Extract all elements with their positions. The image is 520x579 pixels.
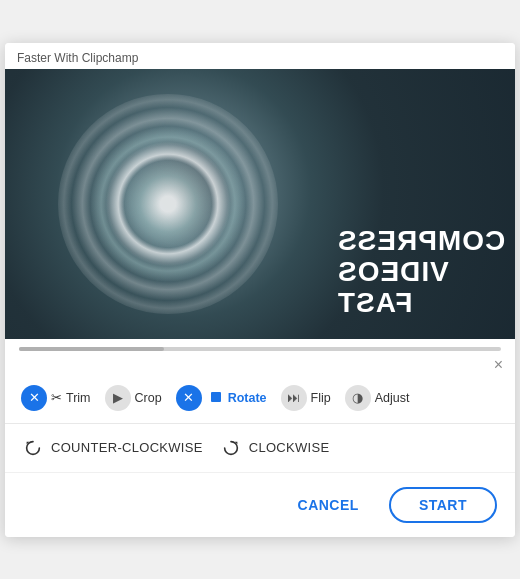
adjust-icon: ◑ [345,385,371,411]
adjust-text: Adjust [375,391,410,405]
dialog-close-button[interactable]: × [490,357,507,373]
adjust-tool[interactable]: ◑ Adjust [339,381,416,415]
trim-text: Trim [66,391,91,405]
progress-bar-row [5,339,515,355]
counter-clockwise-label: COUNTER-CLOCKWISE [51,440,203,455]
trim-tool[interactable]: ✕ ✂ Trim [15,381,97,415]
app-title: Faster With Clipchamp [17,51,138,65]
svg-rect-0 [211,392,221,402]
clockwise-icon [221,438,241,458]
progress-track [19,347,501,351]
clockwise-label: CLOCKWISE [249,440,330,455]
video-text-line3: FAST [337,288,505,319]
video-spiral-effect [58,94,278,314]
cancel-button[interactable]: CANCEL [284,489,373,521]
video-overlay-text: COMPRESS VIDEOS FAST [337,226,505,318]
video-text-line2: VIDEOS [337,257,505,288]
flip-text: Flip [311,391,331,405]
trim-icon: ✕ [21,385,47,411]
dialog: Faster With Clipchamp COMPRESS VIDEOS FA… [5,43,515,537]
start-button[interactable]: START [389,487,497,523]
video-background: COMPRESS VIDEOS FAST [5,69,515,339]
clockwise-option[interactable]: CLOCKWISE [221,438,330,458]
rotate-text: Rotate [228,391,267,405]
crop-tool[interactable]: ▶ Crop [99,381,168,415]
crop-icon: ▶ [105,385,131,411]
counter-clockwise-icon [23,438,43,458]
video-text-line1: COMPRESS [337,226,505,257]
video-preview: COMPRESS VIDEOS FAST [5,69,515,339]
flip-tool[interactable]: ⏭ Flip [275,381,337,415]
counter-clockwise-option[interactable]: COUNTER-CLOCKWISE [23,438,203,458]
crop-text: Crop [135,391,162,405]
footer: CANCEL START [5,472,515,537]
flip-icon: ⏭ [281,385,307,411]
close-button-row: × [5,355,515,373]
rotate-icon-shape [206,387,224,408]
trim-label: ✂ [51,390,62,405]
progress-fill [19,347,164,351]
rotate-icon: ✕ [176,385,202,411]
rotate-tool[interactable]: ✕ Rotate [170,381,273,415]
title-bar: Faster With Clipchamp [5,43,515,69]
rotate-options-panel: COUNTER-CLOCKWISE CLOCKWISE [5,424,515,472]
toolbar: ✕ ✂ Trim ▶ Crop ✕ Rotate ⏭ Flip ◑ [5,373,515,424]
